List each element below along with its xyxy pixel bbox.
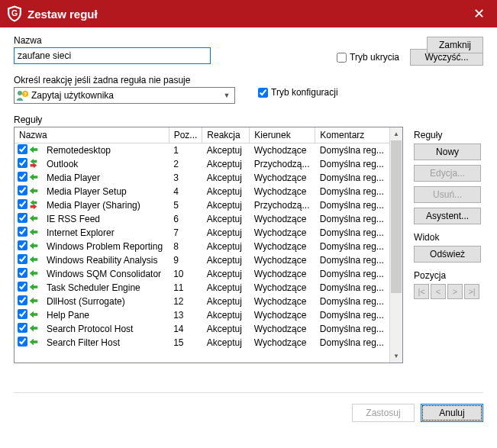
row-reakcja: Akceptuj bbox=[202, 267, 250, 281]
table-row[interactable]: Windows SQM Consolidator10AkceptujWychod… bbox=[15, 267, 389, 281]
row-komentarz: Domyślna reg... bbox=[315, 157, 389, 171]
row-reakcja: Akceptuj bbox=[202, 171, 250, 185]
row-poz: 11 bbox=[169, 281, 202, 295]
odswiez-button[interactable]: Odśwież bbox=[414, 246, 481, 263]
side-widok-label: Widok bbox=[414, 232, 483, 243]
asystent-button[interactable]: Asystent... bbox=[414, 208, 481, 224]
col-nazwa[interactable]: Nazwa bbox=[15, 127, 169, 143]
side-reguly-label: Reguły bbox=[414, 130, 483, 140]
row-komentarz: Domyślna reg... bbox=[315, 308, 389, 322]
scroll-thumb[interactable] bbox=[391, 140, 402, 293]
row-checkbox[interactable] bbox=[18, 309, 27, 319]
row-kierunek: Przychodzą... bbox=[250, 157, 315, 171]
row-komentarz: Domyślna reg... bbox=[315, 171, 389, 185]
table-row[interactable]: Search Protocol Host14AkceptujWychodzące… bbox=[15, 322, 389, 336]
row-name: Media Player Setup bbox=[42, 185, 169, 198]
tryb-konfig-checkbox[interactable]: Tryb konfiguracji bbox=[258, 87, 338, 98]
pozycja-button[interactable]: >| bbox=[464, 284, 479, 299]
row-name: Remotedesktop bbox=[42, 143, 169, 158]
row-checkbox[interactable] bbox=[18, 323, 27, 333]
table-row[interactable]: Search Filter Host15AkceptujWychodząceDo… bbox=[15, 336, 389, 350]
direction-icon bbox=[28, 227, 39, 237]
svg-text:G: G bbox=[11, 8, 18, 18]
direction-icon bbox=[28, 282, 39, 292]
col-poz[interactable]: Poz... bbox=[169, 127, 202, 143]
pozycja-button[interactable]: > bbox=[447, 284, 463, 299]
pozycja-button[interactable]: < bbox=[431, 284, 446, 299]
zamknij-button[interactable]: Zamknij bbox=[427, 37, 483, 53]
reguly-label: Reguły bbox=[14, 114, 483, 125]
row-checkbox[interactable] bbox=[18, 213, 27, 223]
row-checkbox[interactable] bbox=[18, 295, 27, 305]
row-reakcja: Akceptuj bbox=[202, 295, 250, 308]
tryb-ukrycia-checkbox[interactable]: Tryb ukrycia bbox=[337, 52, 399, 63]
usun-button[interactable]: Usuń... bbox=[414, 186, 481, 203]
row-checkbox[interactable] bbox=[18, 254, 27, 264]
nowy-button[interactable]: Nowy bbox=[414, 143, 481, 160]
scroll-down-icon[interactable]: ▼ bbox=[390, 350, 402, 363]
row-kierunek: Wychodzące bbox=[250, 267, 315, 281]
table-row[interactable]: Outlook2AkceptujPrzychodzą...Domyślna re… bbox=[15, 157, 389, 171]
table-row[interactable]: Help Pane13AkceptujWychodząceDomyślna re… bbox=[15, 308, 389, 322]
row-checkbox[interactable] bbox=[18, 199, 27, 209]
scrollbar[interactable]: ▲ ▼ bbox=[389, 127, 402, 363]
row-kierunek: Wychodzące bbox=[250, 212, 315, 226]
table-row[interactable]: DllHost (Surrogate)12AkceptujWychodząceD… bbox=[15, 295, 389, 308]
zastosuj-button[interactable]: Zastosuj bbox=[352, 404, 415, 422]
row-name: Windows Reability Analysis bbox=[42, 253, 169, 267]
close-icon[interactable]: ✕ bbox=[468, 3, 489, 24]
direction-icon bbox=[28, 323, 39, 334]
row-kierunek: Wychodzące bbox=[250, 336, 315, 350]
nazwa-input[interactable] bbox=[14, 47, 211, 64]
svg-point-1 bbox=[18, 91, 22, 95]
row-checkbox[interactable] bbox=[18, 337, 27, 346]
row-kierunek: Wychodzące bbox=[250, 295, 315, 308]
row-checkbox[interactable] bbox=[18, 144, 27, 154]
table-row[interactable]: Task Scheduler Engine11AkceptujWychodząc… bbox=[15, 281, 389, 295]
pozycja-button[interactable]: |< bbox=[414, 284, 429, 299]
table-row[interactable]: Media Player (Sharing)5AkceptujPrzychodz… bbox=[15, 198, 389, 212]
row-poz: 4 bbox=[169, 185, 202, 198]
edycja-button[interactable]: Edycja... bbox=[414, 165, 481, 182]
reakcja-select[interactable]: ? Zapytaj użytkownika ▼ bbox=[14, 87, 235, 104]
row-poz: 7 bbox=[169, 226, 202, 240]
row-poz: 6 bbox=[169, 212, 202, 226]
direction-icon bbox=[28, 213, 39, 224]
row-name: Search Filter Host bbox=[42, 336, 169, 350]
chevron-down-icon[interactable]: ▼ bbox=[221, 92, 233, 99]
table-row[interactable]: Media Player Setup4AkceptujWychodząceDom… bbox=[15, 185, 389, 198]
row-checkbox[interactable] bbox=[18, 227, 27, 237]
direction-icon bbox=[28, 199, 39, 210]
direction-icon bbox=[28, 158, 39, 169]
row-checkbox[interactable] bbox=[18, 185, 27, 195]
row-checkbox[interactable] bbox=[18, 268, 27, 278]
row-checkbox[interactable] bbox=[18, 282, 27, 292]
row-name: Windows SQM Consolidator bbox=[42, 267, 169, 281]
tryb-konfig-input[interactable] bbox=[258, 88, 268, 98]
table-row[interactable]: Windows Reability Analysis9AkceptujWycho… bbox=[15, 253, 389, 267]
scroll-track[interactable] bbox=[390, 140, 402, 350]
direction-icon bbox=[28, 268, 39, 279]
tryb-konfig-label: Tryb konfiguracji bbox=[271, 87, 338, 98]
row-kierunek: Wychodzące bbox=[250, 143, 315, 158]
col-reakcja[interactable]: Reakcja bbox=[202, 127, 250, 143]
table-row[interactable]: Media Player3AkceptujWychodząceDomyślna … bbox=[15, 171, 389, 185]
row-checkbox[interactable] bbox=[18, 172, 27, 182]
table-row[interactable]: Internet Explorer7AkceptujWychodząceDomy… bbox=[15, 226, 389, 240]
row-komentarz: Domyślna reg... bbox=[315, 212, 389, 226]
col-kierunek[interactable]: Kierunek bbox=[250, 127, 315, 143]
row-checkbox[interactable] bbox=[18, 158, 27, 168]
row-kierunek: Wychodzące bbox=[250, 322, 315, 336]
row-name: Windows Problem Reporting bbox=[42, 240, 169, 253]
row-komentarz: Domyślna reg... bbox=[315, 281, 389, 295]
row-komentarz: Domyślna reg... bbox=[315, 185, 389, 198]
col-komentarz[interactable]: Komentarz bbox=[315, 127, 389, 143]
table-row[interactable]: Windows Problem Reporting8AkceptujWychod… bbox=[15, 240, 389, 253]
scroll-up-icon[interactable]: ▲ bbox=[390, 127, 402, 140]
anuluj-button[interactable]: Anuluj bbox=[421, 404, 483, 422]
table-row[interactable]: IE RSS Feed6AkceptujWychodząceDomyślna r… bbox=[15, 212, 389, 226]
row-reakcja: Akceptuj bbox=[202, 157, 250, 171]
tryb-ukrycia-input[interactable] bbox=[337, 53, 347, 63]
table-row[interactable]: Remotedesktop1AkceptujWychodząceDomyślna… bbox=[15, 143, 389, 158]
row-checkbox[interactable] bbox=[18, 240, 27, 250]
